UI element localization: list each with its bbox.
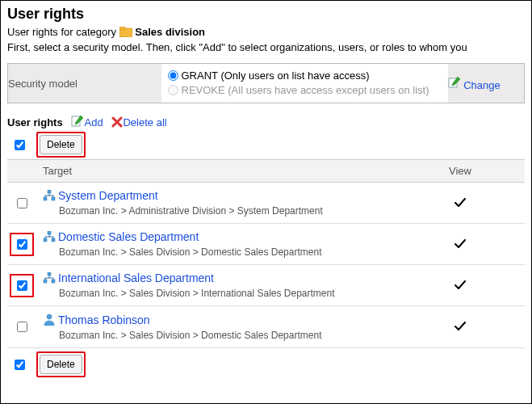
description-text: First, select a security model. Then, cl…	[7, 41, 525, 53]
svg-rect-7	[48, 231, 51, 234]
view-cell	[396, 183, 525, 224]
table-row: Domestic Sales DepartmentBozuman Inc. > …	[7, 224, 525, 265]
category-line: User rights for category Sales division	[7, 26, 525, 40]
col-checkbox	[7, 160, 36, 183]
col-target: Target	[36, 160, 396, 183]
grant-radio[interactable]	[168, 70, 178, 81]
delete-all-link[interactable]: Delete all	[123, 116, 166, 128]
svg-rect-4	[48, 190, 51, 193]
svg-rect-11	[44, 280, 47, 283]
delete-button-bottom[interactable]: Delete	[40, 355, 82, 374]
row-checkbox[interactable]	[17, 239, 27, 250]
table-row: International Sales DepartmentBozuman In…	[7, 265, 525, 306]
category-prefix: User rights for category	[7, 26, 119, 38]
delete-button-top[interactable]: Delete	[40, 135, 82, 154]
target-link[interactable]: System Department	[58, 189, 158, 202]
row-checkbox[interactable]	[17, 198, 27, 208]
select-all-checkbox-top[interactable]	[15, 140, 25, 150]
target-link[interactable]: International Sales Department	[58, 271, 214, 284]
user-icon	[43, 316, 56, 328]
add-link[interactable]: Add	[84, 116, 103, 128]
bottom-action-bar: Delete	[7, 351, 525, 377]
org-icon	[43, 191, 56, 204]
row-checkbox[interactable]	[17, 322, 27, 332]
view-cell	[396, 224, 525, 265]
svg-rect-9	[52, 238, 55, 242]
delete-all-icon	[111, 116, 123, 128]
revoke-label: REVOKE (All users have access except use…	[182, 84, 429, 96]
security-model-box: Security model GRANT (Only users on list…	[7, 63, 525, 103]
table-row: Thomas RobinsonBozuman Inc. > Sales Divi…	[7, 306, 525, 348]
view-cell	[396, 306, 525, 348]
edit-icon	[448, 79, 464, 91]
select-all-checkbox-bottom[interactable]	[15, 360, 25, 370]
svg-rect-10	[48, 272, 51, 276]
svg-rect-1	[119, 27, 125, 30]
rights-table: Target View System DepartmentBozuman Inc…	[7, 159, 525, 348]
page-title: User rights	[7, 6, 525, 23]
target-path: Bozuman Inc. > Sales Division > Internat…	[43, 288, 389, 299]
svg-rect-8	[44, 238, 47, 242]
change-link[interactable]: Change	[463, 79, 501, 91]
org-icon	[43, 233, 56, 245]
target-path: Bozuman Inc. > Administrative Division >…	[43, 205, 389, 217]
section-label: User rights	[7, 116, 63, 128]
target-link[interactable]: Thomas Robinson	[58, 314, 150, 326]
target-link[interactable]: Domestic Sales Department	[58, 230, 199, 243]
category-name: Sales division	[135, 26, 205, 38]
svg-rect-5	[44, 197, 47, 200]
security-model-label: Security model	[8, 64, 161, 103]
revoke-radio[interactable]	[168, 85, 178, 95]
view-cell	[396, 265, 525, 306]
table-row: System DepartmentBozuman Inc. > Administ…	[7, 183, 525, 224]
grant-label: GRANT (Only users on list have access)	[182, 69, 370, 82]
user-rights-actions: User rights Add Delete all	[7, 115, 525, 128]
svg-rect-6	[52, 197, 55, 200]
target-path: Bozuman Inc. > Sales Division > Domestic…	[43, 246, 389, 258]
target-path: Bozuman Inc. > Sales Division > Domestic…	[43, 330, 389, 341]
row-checkbox[interactable]	[17, 280, 27, 291]
folder-icon	[119, 27, 136, 40]
add-icon	[71, 115, 84, 128]
svg-point-13	[47, 314, 52, 319]
col-view: View	[396, 160, 525, 183]
top-action-bar: Delete	[7, 132, 525, 158]
org-icon	[43, 274, 56, 286]
svg-rect-12	[52, 280, 55, 283]
